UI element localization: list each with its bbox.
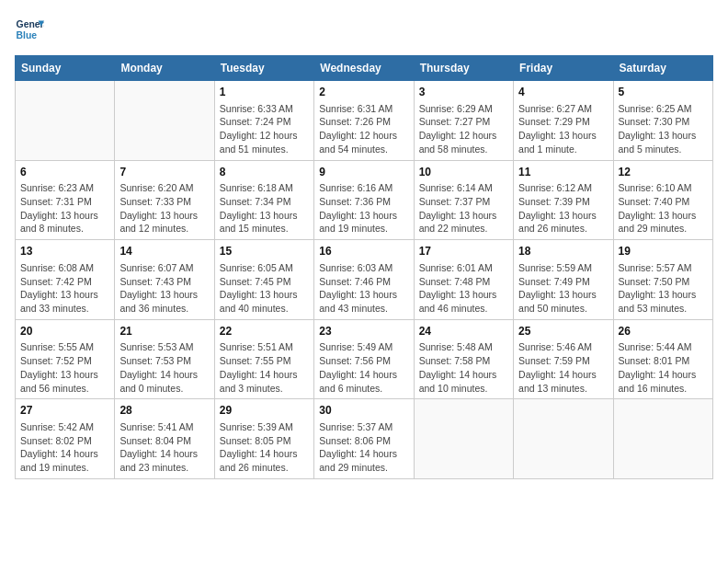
calendar-cell: 21Sunrise: 5:53 AM Sunset: 7:53 PM Dayli… bbox=[115, 319, 214, 399]
calendar-cell bbox=[115, 81, 214, 161]
calendar-week-4: 20Sunrise: 5:55 AM Sunset: 7:52 PM Dayli… bbox=[16, 319, 713, 399]
day-number: 1 bbox=[220, 85, 309, 100]
day-info: Sunrise: 6:12 AM Sunset: 7:39 PM Dayligh… bbox=[518, 181, 608, 236]
calendar-cell: 3Sunrise: 6:29 AM Sunset: 7:27 PM Daylig… bbox=[414, 81, 513, 161]
calendar-header-wednesday: Wednesday bbox=[314, 56, 414, 81]
svg-text:Blue: Blue bbox=[17, 30, 38, 40]
day-info: Sunrise: 6:29 AM Sunset: 7:27 PM Dayligh… bbox=[419, 102, 508, 156]
day-number: 22 bbox=[220, 324, 309, 339]
calendar-header-tuesday: Tuesday bbox=[214, 56, 313, 81]
day-number: 5 bbox=[619, 85, 708, 100]
calendar-cell: 30Sunrise: 5:37 AM Sunset: 8:06 PM Dayli… bbox=[314, 399, 414, 479]
day-info: Sunrise: 6:08 AM Sunset: 7:42 PM Dayligh… bbox=[20, 261, 109, 316]
calendar-cell: 10Sunrise: 6:14 AM Sunset: 7:37 PM Dayli… bbox=[414, 160, 513, 240]
calendar-cell: 11Sunrise: 6:12 AM Sunset: 7:39 PM Dayli… bbox=[514, 160, 613, 240]
calendar-header-row: SundayMondayTuesdayWednesdayThursdayFrid… bbox=[16, 56, 713, 81]
calendar-cell: 4Sunrise: 6:27 AM Sunset: 7:29 PM Daylig… bbox=[514, 81, 613, 161]
day-number: 24 bbox=[419, 324, 508, 339]
day-number: 6 bbox=[20, 165, 109, 180]
day-info: Sunrise: 6:31 AM Sunset: 7:26 PM Dayligh… bbox=[319, 102, 408, 156]
day-number: 3 bbox=[419, 85, 508, 100]
day-number: 11 bbox=[518, 165, 608, 180]
logo-icon: General Blue bbox=[15, 15, 44, 44]
day-number: 8 bbox=[220, 165, 309, 180]
day-info: Sunrise: 6:03 AM Sunset: 7:46 PM Dayligh… bbox=[319, 261, 408, 316]
day-number: 26 bbox=[619, 324, 708, 339]
calendar-table: SundayMondayTuesdayWednesdayThursdayFrid… bbox=[15, 55, 713, 479]
calendar-cell: 15Sunrise: 6:05 AM Sunset: 7:45 PM Dayli… bbox=[214, 240, 313, 320]
day-number: 12 bbox=[619, 165, 708, 180]
day-number: 17 bbox=[419, 244, 508, 259]
calendar-week-5: 27Sunrise: 5:42 AM Sunset: 8:02 PM Dayli… bbox=[16, 399, 713, 479]
calendar-cell: 14Sunrise: 6:07 AM Sunset: 7:43 PM Dayli… bbox=[115, 240, 214, 320]
calendar-cell: 20Sunrise: 5:55 AM Sunset: 7:52 PM Dayli… bbox=[16, 319, 115, 399]
calendar-week-3: 13Sunrise: 6:08 AM Sunset: 7:42 PM Dayli… bbox=[16, 240, 713, 320]
day-info: Sunrise: 5:49 AM Sunset: 7:56 PM Dayligh… bbox=[319, 340, 408, 395]
calendar-cell: 27Sunrise: 5:42 AM Sunset: 8:02 PM Dayli… bbox=[16, 399, 115, 479]
day-info: Sunrise: 6:27 AM Sunset: 7:29 PM Dayligh… bbox=[518, 102, 608, 156]
day-number: 27 bbox=[20, 403, 109, 419]
day-info: Sunrise: 5:59 AM Sunset: 7:49 PM Dayligh… bbox=[518, 261, 608, 316]
day-info: Sunrise: 5:41 AM Sunset: 8:04 PM Dayligh… bbox=[119, 420, 209, 475]
day-info: Sunrise: 5:46 AM Sunset: 7:59 PM Dayligh… bbox=[518, 340, 608, 395]
day-number: 16 bbox=[319, 244, 408, 259]
calendar-cell: 7Sunrise: 6:20 AM Sunset: 7:33 PM Daylig… bbox=[115, 160, 214, 240]
calendar-header-sunday: Sunday bbox=[16, 56, 115, 81]
day-number: 2 bbox=[319, 85, 408, 100]
day-info: Sunrise: 5:48 AM Sunset: 7:58 PM Dayligh… bbox=[419, 340, 508, 395]
calendar-header-saturday: Saturday bbox=[613, 56, 712, 81]
day-number: 30 bbox=[319, 403, 408, 419]
calendar-header-monday: Monday bbox=[115, 56, 214, 81]
day-info: Sunrise: 5:42 AM Sunset: 8:02 PM Dayligh… bbox=[20, 420, 109, 475]
day-info: Sunrise: 5:44 AM Sunset: 8:01 PM Dayligh… bbox=[619, 340, 708, 395]
calendar-cell: 2Sunrise: 6:31 AM Sunset: 7:26 PM Daylig… bbox=[314, 81, 414, 161]
day-number: 18 bbox=[518, 244, 608, 259]
day-info: Sunrise: 6:25 AM Sunset: 7:30 PM Dayligh… bbox=[619, 102, 708, 156]
calendar-week-1: 1Sunrise: 6:33 AM Sunset: 7:24 PM Daylig… bbox=[16, 81, 713, 161]
calendar-header-friday: Friday bbox=[514, 56, 613, 81]
calendar-cell: 9Sunrise: 6:16 AM Sunset: 7:36 PM Daylig… bbox=[314, 160, 414, 240]
calendar-cell: 28Sunrise: 5:41 AM Sunset: 8:04 PM Dayli… bbox=[115, 399, 214, 479]
calendar-cell: 25Sunrise: 5:46 AM Sunset: 7:59 PM Dayli… bbox=[514, 319, 613, 399]
calendar-cell: 12Sunrise: 6:10 AM Sunset: 7:40 PM Dayli… bbox=[613, 160, 712, 240]
day-number: 21 bbox=[119, 324, 209, 339]
calendar-cell bbox=[514, 399, 613, 479]
day-info: Sunrise: 5:39 AM Sunset: 8:05 PM Dayligh… bbox=[220, 420, 309, 475]
calendar-cell: 26Sunrise: 5:44 AM Sunset: 8:01 PM Dayli… bbox=[613, 319, 712, 399]
day-info: Sunrise: 5:55 AM Sunset: 7:52 PM Dayligh… bbox=[20, 340, 109, 395]
day-info: Sunrise: 6:07 AM Sunset: 7:43 PM Dayligh… bbox=[119, 261, 209, 316]
day-info: Sunrise: 6:01 AM Sunset: 7:48 PM Dayligh… bbox=[419, 261, 508, 316]
calendar-cell: 1Sunrise: 6:33 AM Sunset: 7:24 PM Daylig… bbox=[214, 81, 313, 161]
day-number: 25 bbox=[518, 324, 608, 339]
calendar-header-thursday: Thursday bbox=[414, 56, 513, 81]
day-info: Sunrise: 5:51 AM Sunset: 7:55 PM Dayligh… bbox=[220, 340, 309, 395]
calendar-cell bbox=[16, 81, 115, 161]
day-number: 14 bbox=[119, 244, 209, 259]
calendar-cell: 8Sunrise: 6:18 AM Sunset: 7:34 PM Daylig… bbox=[214, 160, 313, 240]
day-info: Sunrise: 6:20 AM Sunset: 7:33 PM Dayligh… bbox=[119, 181, 209, 236]
calendar-cell: 22Sunrise: 5:51 AM Sunset: 7:55 PM Dayli… bbox=[214, 319, 313, 399]
calendar-cell: 13Sunrise: 6:08 AM Sunset: 7:42 PM Dayli… bbox=[16, 240, 115, 320]
day-info: Sunrise: 6:10 AM Sunset: 7:40 PM Dayligh… bbox=[619, 181, 708, 236]
day-number: 9 bbox=[319, 165, 408, 180]
calendar-cell: 23Sunrise: 5:49 AM Sunset: 7:56 PM Dayli… bbox=[314, 319, 414, 399]
calendar-cell: 24Sunrise: 5:48 AM Sunset: 7:58 PM Dayli… bbox=[414, 319, 513, 399]
day-number: 4 bbox=[518, 85, 608, 100]
day-number: 20 bbox=[20, 324, 109, 339]
day-number: 19 bbox=[619, 244, 708, 259]
logo: General Blue bbox=[15, 15, 44, 44]
day-info: Sunrise: 6:14 AM Sunset: 7:37 PM Dayligh… bbox=[419, 181, 508, 236]
calendar-cell: 19Sunrise: 5:57 AM Sunset: 7:50 PM Dayli… bbox=[613, 240, 712, 320]
day-number: 29 bbox=[220, 403, 309, 419]
day-info: Sunrise: 6:16 AM Sunset: 7:36 PM Dayligh… bbox=[319, 181, 408, 236]
day-number: 13 bbox=[20, 244, 109, 259]
calendar-cell: 18Sunrise: 5:59 AM Sunset: 7:49 PM Dayli… bbox=[514, 240, 613, 320]
day-info: Sunrise: 5:53 AM Sunset: 7:53 PM Dayligh… bbox=[119, 340, 209, 395]
calendar-cell bbox=[613, 399, 712, 479]
calendar-cell: 17Sunrise: 6:01 AM Sunset: 7:48 PM Dayli… bbox=[414, 240, 513, 320]
day-info: Sunrise: 6:23 AM Sunset: 7:31 PM Dayligh… bbox=[20, 181, 109, 236]
day-number: 23 bbox=[319, 324, 408, 339]
day-info: Sunrise: 6:05 AM Sunset: 7:45 PM Dayligh… bbox=[220, 261, 309, 316]
calendar-cell: 6Sunrise: 6:23 AM Sunset: 7:31 PM Daylig… bbox=[16, 160, 115, 240]
calendar-cell: 5Sunrise: 6:25 AM Sunset: 7:30 PM Daylig… bbox=[613, 81, 712, 161]
